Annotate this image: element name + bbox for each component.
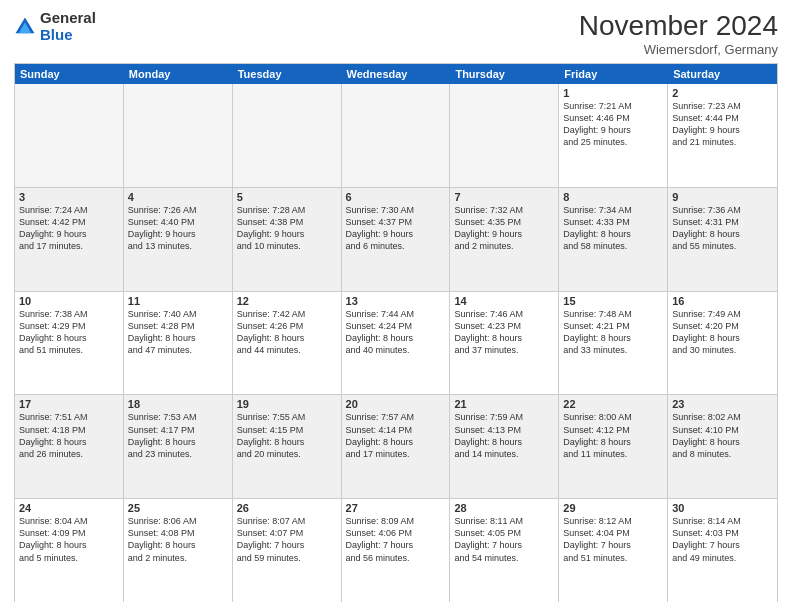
- calendar-cell: 24Sunrise: 8:04 AM Sunset: 4:09 PM Dayli…: [15, 499, 124, 602]
- day-number: 5: [237, 191, 337, 203]
- day-number: 2: [672, 87, 773, 99]
- day-number: 28: [454, 502, 554, 514]
- day-number: 25: [128, 502, 228, 514]
- calendar-cell: 18Sunrise: 7:53 AM Sunset: 4:17 PM Dayli…: [124, 395, 233, 498]
- calendar-cell: 25Sunrise: 8:06 AM Sunset: 4:08 PM Dayli…: [124, 499, 233, 602]
- day-number: 9: [672, 191, 773, 203]
- day-number: 1: [563, 87, 663, 99]
- day-info: Sunrise: 7:30 AM Sunset: 4:37 PM Dayligh…: [346, 204, 446, 253]
- day-info: Sunrise: 7:21 AM Sunset: 4:46 PM Dayligh…: [563, 100, 663, 149]
- calendar-cell: [450, 84, 559, 187]
- calendar-cell: 7Sunrise: 7:32 AM Sunset: 4:35 PM Daylig…: [450, 188, 559, 291]
- calendar: SundayMondayTuesdayWednesdayThursdayFrid…: [14, 63, 778, 602]
- day-number: 6: [346, 191, 446, 203]
- calendar-header: SundayMondayTuesdayWednesdayThursdayFrid…: [15, 64, 777, 84]
- day-number: 3: [19, 191, 119, 203]
- day-info: Sunrise: 8:07 AM Sunset: 4:07 PM Dayligh…: [237, 515, 337, 564]
- day-info: Sunrise: 7:49 AM Sunset: 4:20 PM Dayligh…: [672, 308, 773, 357]
- calendar-cell: 16Sunrise: 7:49 AM Sunset: 4:20 PM Dayli…: [668, 292, 777, 395]
- day-number: 29: [563, 502, 663, 514]
- calendar-cell: 13Sunrise: 7:44 AM Sunset: 4:24 PM Dayli…: [342, 292, 451, 395]
- calendar-cell: 4Sunrise: 7:26 AM Sunset: 4:40 PM Daylig…: [124, 188, 233, 291]
- day-number: 17: [19, 398, 119, 410]
- day-info: Sunrise: 7:23 AM Sunset: 4:44 PM Dayligh…: [672, 100, 773, 149]
- day-number: 8: [563, 191, 663, 203]
- day-info: Sunrise: 8:02 AM Sunset: 4:10 PM Dayligh…: [672, 411, 773, 460]
- calendar-cell: 12Sunrise: 7:42 AM Sunset: 4:26 PM Dayli…: [233, 292, 342, 395]
- calendar-row: 1Sunrise: 7:21 AM Sunset: 4:46 PM Daylig…: [15, 84, 777, 188]
- day-number: 23: [672, 398, 773, 410]
- day-number: 15: [563, 295, 663, 307]
- calendar-cell: 8Sunrise: 7:34 AM Sunset: 4:33 PM Daylig…: [559, 188, 668, 291]
- calendar-cell: 11Sunrise: 7:40 AM Sunset: 4:28 PM Dayli…: [124, 292, 233, 395]
- calendar-cell: [233, 84, 342, 187]
- day-info: Sunrise: 7:59 AM Sunset: 4:13 PM Dayligh…: [454, 411, 554, 460]
- day-info: Sunrise: 7:42 AM Sunset: 4:26 PM Dayligh…: [237, 308, 337, 357]
- calendar-cell: 10Sunrise: 7:38 AM Sunset: 4:29 PM Dayli…: [15, 292, 124, 395]
- calendar-cell: 14Sunrise: 7:46 AM Sunset: 4:23 PM Dayli…: [450, 292, 559, 395]
- calendar-row: 24Sunrise: 8:04 AM Sunset: 4:09 PM Dayli…: [15, 499, 777, 602]
- location: Wiemersdorf, Germany: [579, 42, 778, 57]
- day-number: 14: [454, 295, 554, 307]
- calendar-cell: 20Sunrise: 7:57 AM Sunset: 4:14 PM Dayli…: [342, 395, 451, 498]
- day-info: Sunrise: 8:06 AM Sunset: 4:08 PM Dayligh…: [128, 515, 228, 564]
- calendar-cell: [15, 84, 124, 187]
- calendar-body: 1Sunrise: 7:21 AM Sunset: 4:46 PM Daylig…: [15, 84, 777, 602]
- calendar-row: 17Sunrise: 7:51 AM Sunset: 4:18 PM Dayli…: [15, 395, 777, 499]
- day-info: Sunrise: 7:36 AM Sunset: 4:31 PM Dayligh…: [672, 204, 773, 253]
- day-info: Sunrise: 7:55 AM Sunset: 4:15 PM Dayligh…: [237, 411, 337, 460]
- day-info: Sunrise: 8:09 AM Sunset: 4:06 PM Dayligh…: [346, 515, 446, 564]
- calendar-cell: [342, 84, 451, 187]
- day-number: 24: [19, 502, 119, 514]
- day-info: Sunrise: 8:14 AM Sunset: 4:03 PM Dayligh…: [672, 515, 773, 564]
- day-info: Sunrise: 7:57 AM Sunset: 4:14 PM Dayligh…: [346, 411, 446, 460]
- calendar-cell: 22Sunrise: 8:00 AM Sunset: 4:12 PM Dayli…: [559, 395, 668, 498]
- calendar-cell: 23Sunrise: 8:02 AM Sunset: 4:10 PM Dayli…: [668, 395, 777, 498]
- calendar-cell: 26Sunrise: 8:07 AM Sunset: 4:07 PM Dayli…: [233, 499, 342, 602]
- day-info: Sunrise: 7:34 AM Sunset: 4:33 PM Dayligh…: [563, 204, 663, 253]
- calendar-cell: 19Sunrise: 7:55 AM Sunset: 4:15 PM Dayli…: [233, 395, 342, 498]
- logo-blue-text: Blue: [40, 27, 96, 44]
- day-info: Sunrise: 7:26 AM Sunset: 4:40 PM Dayligh…: [128, 204, 228, 253]
- day-number: 21: [454, 398, 554, 410]
- calendar-cell: 1Sunrise: 7:21 AM Sunset: 4:46 PM Daylig…: [559, 84, 668, 187]
- logo-icon: [14, 16, 36, 38]
- header: General Blue November 2024 Wiemersdorf, …: [14, 10, 778, 57]
- day-info: Sunrise: 7:38 AM Sunset: 4:29 PM Dayligh…: [19, 308, 119, 357]
- day-info: Sunrise: 7:24 AM Sunset: 4:42 PM Dayligh…: [19, 204, 119, 253]
- day-number: 18: [128, 398, 228, 410]
- weekday-header: Wednesday: [342, 64, 451, 84]
- day-info: Sunrise: 7:53 AM Sunset: 4:17 PM Dayligh…: [128, 411, 228, 460]
- calendar-cell: 21Sunrise: 7:59 AM Sunset: 4:13 PM Dayli…: [450, 395, 559, 498]
- day-info: Sunrise: 7:46 AM Sunset: 4:23 PM Dayligh…: [454, 308, 554, 357]
- logo-general-text: General: [40, 10, 96, 27]
- weekday-header: Monday: [124, 64, 233, 84]
- logo: General Blue: [14, 10, 96, 43]
- weekday-header: Friday: [559, 64, 668, 84]
- logo-text: General Blue: [40, 10, 96, 43]
- day-number: 16: [672, 295, 773, 307]
- weekday-header: Sunday: [15, 64, 124, 84]
- title-block: November 2024 Wiemersdorf, Germany: [579, 10, 778, 57]
- calendar-cell: 29Sunrise: 8:12 AM Sunset: 4:04 PM Dayli…: [559, 499, 668, 602]
- day-number: 12: [237, 295, 337, 307]
- day-number: 11: [128, 295, 228, 307]
- calendar-cell: 30Sunrise: 8:14 AM Sunset: 4:03 PM Dayli…: [668, 499, 777, 602]
- calendar-cell: 27Sunrise: 8:09 AM Sunset: 4:06 PM Dayli…: [342, 499, 451, 602]
- day-number: 10: [19, 295, 119, 307]
- day-info: Sunrise: 7:51 AM Sunset: 4:18 PM Dayligh…: [19, 411, 119, 460]
- calendar-row: 3Sunrise: 7:24 AM Sunset: 4:42 PM Daylig…: [15, 188, 777, 292]
- day-info: Sunrise: 7:44 AM Sunset: 4:24 PM Dayligh…: [346, 308, 446, 357]
- month-title: November 2024: [579, 10, 778, 42]
- day-info: Sunrise: 8:11 AM Sunset: 4:05 PM Dayligh…: [454, 515, 554, 564]
- weekday-header: Thursday: [450, 64, 559, 84]
- day-info: Sunrise: 8:04 AM Sunset: 4:09 PM Dayligh…: [19, 515, 119, 564]
- day-info: Sunrise: 7:40 AM Sunset: 4:28 PM Dayligh…: [128, 308, 228, 357]
- calendar-cell: [124, 84, 233, 187]
- calendar-cell: 5Sunrise: 7:28 AM Sunset: 4:38 PM Daylig…: [233, 188, 342, 291]
- weekday-header: Saturday: [668, 64, 777, 84]
- day-info: Sunrise: 8:12 AM Sunset: 4:04 PM Dayligh…: [563, 515, 663, 564]
- day-info: Sunrise: 8:00 AM Sunset: 4:12 PM Dayligh…: [563, 411, 663, 460]
- day-number: 4: [128, 191, 228, 203]
- day-number: 7: [454, 191, 554, 203]
